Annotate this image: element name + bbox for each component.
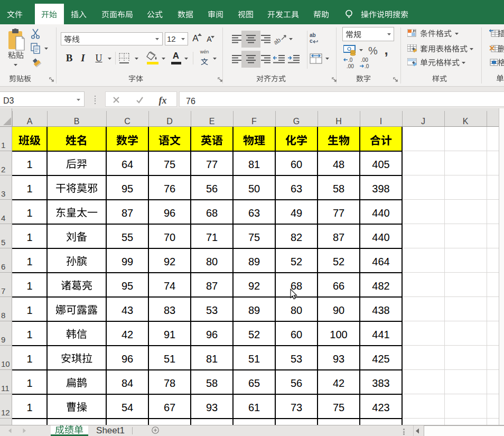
svg-text:c: c [310, 38, 313, 44]
svg-text:ab: ab [273, 36, 282, 45]
svg-text:.00: .00 [347, 63, 354, 69]
svg-text:ab: ab [310, 32, 316, 38]
svg-text:.00: .00 [361, 57, 368, 63]
svg-text:.0: .0 [348, 57, 353, 63]
svg-text:.0: .0 [365, 63, 369, 69]
